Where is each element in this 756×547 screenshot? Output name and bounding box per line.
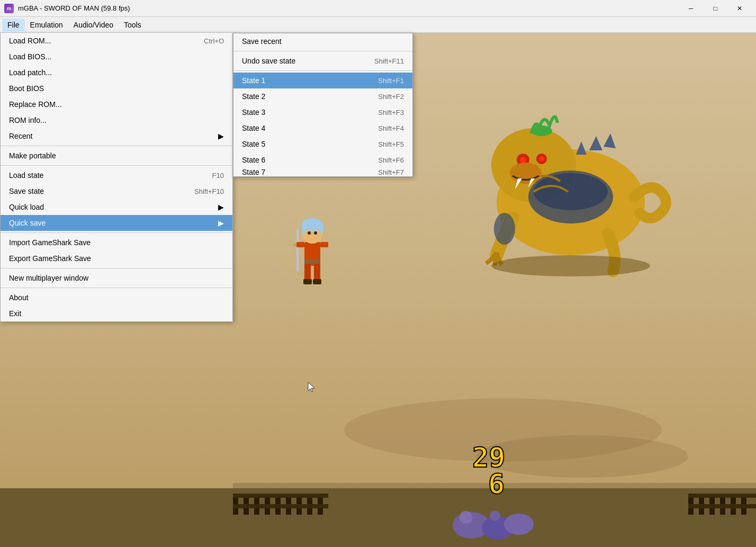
title-bar: m mGBA - SWORD OF MAN (59.8 fps) ─ □ ✕ (0, 0, 756, 17)
svg-marker-44 (589, 136, 602, 150)
menu-quick-load[interactable]: Quick load ▶ (1, 199, 232, 215)
svg-point-27 (490, 510, 500, 521)
svg-rect-62 (320, 242, 328, 247)
separator-1 (1, 146, 232, 146)
svg-rect-13 (233, 494, 328, 498)
qs-state-5[interactable]: State 5 Shift+F5 (233, 136, 412, 152)
svg-rect-21 (688, 494, 756, 498)
svg-marker-45 (604, 133, 616, 148)
menu-quick-save[interactable]: Quick save ▶ (1, 215, 232, 231)
svg-point-52 (308, 231, 311, 235)
svg-rect-50 (302, 222, 306, 233)
title-bar-text: mGBA - SWORD OF MAN (59.8 fps) (18, 4, 679, 12)
menu-bar: File Emulation Audio/Video Tools (0, 17, 756, 33)
menu-load-rom[interactable]: Load ROM... Ctrl+O (1, 33, 232, 49)
svg-point-53 (314, 231, 317, 235)
qs-state-6[interactable]: State 6 Shift+F6 (233, 152, 412, 168)
svg-rect-54 (296, 229, 299, 271)
menu-make-portable[interactable]: Make portable (1, 148, 232, 164)
menu-export-gameshark[interactable]: Export GameShark Save (1, 250, 232, 266)
close-button[interactable]: ✕ (727, 0, 752, 17)
svg-rect-3 (0, 488, 756, 547)
svg-rect-57 (314, 263, 320, 282)
svg-point-37 (539, 156, 544, 162)
svg-rect-22 (688, 504, 756, 508)
svg-rect-60 (304, 259, 320, 264)
separator-4 (1, 268, 232, 268)
menu-load-patch[interactable]: Load patch... (1, 65, 232, 80)
quick-save-arrow: ▶ (214, 219, 224, 227)
menu-rom-info[interactable]: ROM info... (1, 112, 232, 128)
menu-load-bios[interactable]: Load BIOS... (1, 49, 232, 65)
menu-import-gameshark[interactable]: Import GameShark Save (1, 235, 232, 250)
menu-boot-bios[interactable]: Boot BIOS (1, 80, 232, 96)
qs-sep-2 (233, 70, 412, 71)
svg-rect-56 (304, 263, 311, 282)
svg-point-25 (504, 514, 534, 535)
qs-state-1[interactable]: State 1 Shift+F1 (233, 73, 412, 88)
qs-state-7[interactable]: State 7 Shift+F7 (233, 168, 412, 176)
menu-about[interactable]: About (1, 290, 232, 306)
menu-replace-rom[interactable]: Replace ROM... (1, 96, 232, 112)
menu-load-state[interactable]: Load state F10 (1, 167, 232, 183)
menu-recent[interactable]: Recent ▶ (1, 128, 232, 144)
svg-point-35 (520, 157, 526, 163)
svg-rect-14 (233, 504, 328, 508)
qs-state-3[interactable]: State 3 Shift+F3 (233, 104, 412, 120)
window-controls: ─ □ ✕ (679, 0, 752, 17)
svg-rect-61 (296, 242, 304, 247)
menu-file[interactable]: File (2, 19, 25, 31)
file-menu: Load ROM... Ctrl+O Load BIOS... Load pat… (0, 33, 233, 322)
qs-state-2[interactable]: State 2 Shift+F2 (233, 88, 412, 104)
qs-state-4[interactable]: State 4 Shift+F4 (233, 120, 412, 136)
menu-emulation[interactable]: Emulation (25, 19, 68, 31)
character-svg (286, 213, 339, 287)
qs-save-recent[interactable]: Save recent (233, 33, 412, 49)
svg-point-26 (460, 511, 472, 524)
svg-point-42 (494, 213, 515, 245)
menu-exit[interactable]: Exit (1, 306, 232, 321)
svg-rect-58 (303, 279, 312, 284)
separator-2 (1, 165, 232, 166)
qs-sep-1 (233, 51, 412, 51)
quicksave-submenu: Save recent Undo save state Shift+F11 St… (233, 33, 413, 177)
menu-audiovideo[interactable]: Audio/Video (68, 19, 119, 31)
svg-rect-59 (313, 279, 321, 284)
recent-submenu-arrow: ▶ (214, 132, 224, 140)
svg-marker-43 (576, 141, 587, 155)
monster-svg (449, 65, 671, 287)
menu-tools[interactable]: Tools (119, 19, 147, 31)
minimize-button[interactable]: ─ (679, 0, 703, 17)
separator-3 (1, 232, 232, 233)
separator-5 (1, 288, 232, 288)
svg-point-46 (491, 255, 650, 276)
svg-point-33 (534, 173, 608, 210)
menu-save-state[interactable]: Save state Shift+F10 (1, 183, 232, 199)
menu-new-multiplayer[interactable]: New multiplayer window (1, 270, 232, 286)
svg-point-38 (531, 125, 552, 136)
svg-rect-51 (319, 222, 323, 233)
quick-load-arrow: ▶ (214, 203, 224, 211)
app-icon: m (4, 4, 14, 13)
restore-button[interactable]: □ (703, 0, 727, 17)
svg-text:6: 6 (488, 468, 505, 500)
qs-undo-save[interactable]: Undo save state Shift+F11 (233, 53, 412, 69)
svg-point-1 (476, 435, 688, 478)
